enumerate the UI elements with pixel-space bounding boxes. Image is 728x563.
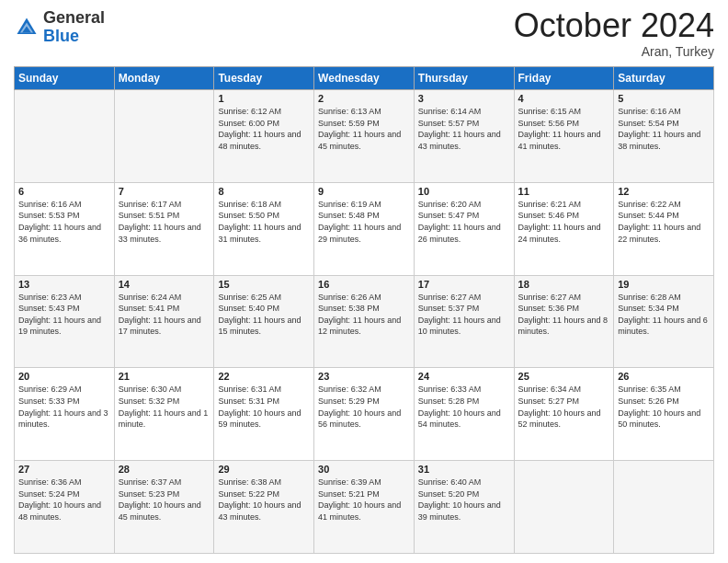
table-row: 1Sunrise: 6:12 AM Sunset: 6:00 PM Daylig…: [214, 90, 314, 183]
table-row: 15Sunrise: 6:25 AM Sunset: 5:40 PM Dayli…: [214, 275, 314, 368]
day-info: Sunrise: 6:19 AM Sunset: 5:48 PM Dayligh…: [318, 199, 410, 245]
day-info: Sunrise: 6:32 AM Sunset: 5:29 PM Dayligh…: [318, 384, 410, 430]
calendar-week-row: 20Sunrise: 6:29 AM Sunset: 5:33 PM Dayli…: [15, 368, 714, 461]
day-info: Sunrise: 6:21 AM Sunset: 5:46 PM Dayligh…: [518, 199, 610, 245]
header-saturday: Saturday: [614, 67, 714, 90]
table-row: 17Sunrise: 6:27 AM Sunset: 5:37 PM Dayli…: [414, 275, 514, 368]
table-row: 30Sunrise: 6:39 AM Sunset: 5:21 PM Dayli…: [314, 461, 415, 554]
location-subtitle: Aran, Turkey: [514, 44, 714, 59]
table-row: [514, 461, 614, 554]
day-info: Sunrise: 6:14 AM Sunset: 5:57 PM Dayligh…: [418, 106, 510, 152]
day-number: 7: [119, 186, 210, 197]
table-row: 6Sunrise: 6:16 AM Sunset: 5:53 PM Daylig…: [15, 182, 115, 275]
table-row: 7Sunrise: 6:17 AM Sunset: 5:51 PM Daylig…: [114, 182, 214, 275]
day-info: Sunrise: 6:33 AM Sunset: 5:28 PM Dayligh…: [418, 384, 510, 430]
table-row: 25Sunrise: 6:34 AM Sunset: 5:27 PM Dayli…: [514, 368, 614, 461]
table-row: 31Sunrise: 6:40 AM Sunset: 5:20 PM Dayli…: [414, 461, 514, 554]
day-info: Sunrise: 6:15 AM Sunset: 5:56 PM Dayligh…: [518, 106, 610, 152]
table-row: [114, 90, 214, 183]
calendar-week-row: 1Sunrise: 6:12 AM Sunset: 6:00 PM Daylig…: [15, 90, 714, 183]
day-number: 30: [318, 464, 410, 475]
table-row: 12Sunrise: 6:22 AM Sunset: 5:44 PM Dayli…: [614, 182, 714, 275]
day-info: Sunrise: 6:39 AM Sunset: 5:21 PM Dayligh…: [318, 477, 410, 523]
table-row: 22Sunrise: 6:31 AM Sunset: 5:31 PM Dayli…: [214, 368, 314, 461]
day-number: 16: [318, 279, 410, 290]
logo-blue: Blue: [43, 27, 79, 45]
day-number: 8: [218, 186, 310, 197]
day-info: Sunrise: 6:27 AM Sunset: 5:37 PM Dayligh…: [418, 292, 510, 338]
table-row: 20Sunrise: 6:29 AM Sunset: 5:33 PM Dayli…: [15, 368, 115, 461]
logo-icon: [14, 15, 40, 40]
table-row: 26Sunrise: 6:35 AM Sunset: 5:26 PM Dayli…: [614, 368, 714, 461]
table-row: 9Sunrise: 6:19 AM Sunset: 5:48 PM Daylig…: [314, 182, 415, 275]
header-sunday: Sunday: [15, 67, 115, 90]
day-number: 12: [618, 186, 710, 197]
day-info: Sunrise: 6:37 AM Sunset: 5:23 PM Dayligh…: [119, 477, 210, 523]
day-number: 31: [418, 464, 510, 475]
day-number: 9: [318, 186, 410, 197]
day-number: 19: [618, 279, 710, 290]
day-number: 24: [418, 371, 510, 382]
day-info: Sunrise: 6:16 AM Sunset: 5:53 PM Dayligh…: [18, 199, 110, 245]
day-info: Sunrise: 6:20 AM Sunset: 5:47 PM Dayligh…: [418, 199, 510, 245]
table-row: 23Sunrise: 6:32 AM Sunset: 5:29 PM Dayli…: [314, 368, 415, 461]
day-number: 20: [18, 371, 110, 382]
table-row: 8Sunrise: 6:18 AM Sunset: 5:50 PM Daylig…: [214, 182, 314, 275]
day-number: 13: [18, 279, 110, 290]
day-number: 1: [218, 93, 310, 104]
logo-text: General Blue: [43, 9, 105, 46]
table-row: 13Sunrise: 6:23 AM Sunset: 5:43 PM Dayli…: [15, 275, 115, 368]
day-number: 4: [518, 93, 610, 104]
day-info: Sunrise: 6:34 AM Sunset: 5:27 PM Dayligh…: [518, 384, 610, 430]
day-info: Sunrise: 6:30 AM Sunset: 5:32 PM Dayligh…: [119, 384, 210, 430]
day-number: 21: [119, 371, 210, 382]
day-info: Sunrise: 6:27 AM Sunset: 5:36 PM Dayligh…: [518, 292, 610, 338]
day-info: Sunrise: 6:36 AM Sunset: 5:24 PM Dayligh…: [18, 477, 110, 523]
day-info: Sunrise: 6:28 AM Sunset: 5:34 PM Dayligh…: [618, 292, 710, 338]
table-row: 28Sunrise: 6:37 AM Sunset: 5:23 PM Dayli…: [114, 461, 214, 554]
table-row: 2Sunrise: 6:13 AM Sunset: 5:59 PM Daylig…: [314, 90, 415, 183]
calendar-week-row: 13Sunrise: 6:23 AM Sunset: 5:43 PM Dayli…: [15, 275, 714, 368]
day-info: Sunrise: 6:38 AM Sunset: 5:22 PM Dayligh…: [218, 477, 310, 523]
day-info: Sunrise: 6:35 AM Sunset: 5:26 PM Dayligh…: [618, 384, 710, 430]
day-number: 5: [618, 93, 710, 104]
table-row: 24Sunrise: 6:33 AM Sunset: 5:28 PM Dayli…: [414, 368, 514, 461]
day-number: 29: [218, 464, 310, 475]
day-info: Sunrise: 6:25 AM Sunset: 5:40 PM Dayligh…: [218, 292, 310, 338]
day-number: 6: [18, 186, 110, 197]
day-info: Sunrise: 6:18 AM Sunset: 5:50 PM Dayligh…: [218, 199, 310, 245]
table-row: 29Sunrise: 6:38 AM Sunset: 5:22 PM Dayli…: [214, 461, 314, 554]
calendar-week-row: 27Sunrise: 6:36 AM Sunset: 5:24 PM Dayli…: [15, 461, 714, 554]
header-tuesday: Tuesday: [214, 67, 314, 90]
table-row: 10Sunrise: 6:20 AM Sunset: 5:47 PM Dayli…: [414, 182, 514, 275]
table-row: 4Sunrise: 6:15 AM Sunset: 5:56 PM Daylig…: [514, 90, 614, 183]
day-number: 25: [518, 371, 610, 382]
day-info: Sunrise: 6:22 AM Sunset: 5:44 PM Dayligh…: [618, 199, 710, 245]
day-number: 27: [18, 464, 110, 475]
day-info: Sunrise: 6:16 AM Sunset: 5:54 PM Dayligh…: [618, 106, 710, 152]
logo: General Blue: [14, 9, 105, 46]
table-row: 5Sunrise: 6:16 AM Sunset: 5:54 PM Daylig…: [614, 90, 714, 183]
calendar-table: Sunday Monday Tuesday Wednesday Thursday…: [14, 66, 714, 554]
header-wednesday: Wednesday: [314, 67, 415, 90]
day-number: 18: [518, 279, 610, 290]
day-number: 28: [119, 464, 210, 475]
table-row: 3Sunrise: 6:14 AM Sunset: 5:57 PM Daylig…: [414, 90, 514, 183]
day-number: 26: [618, 371, 710, 382]
day-info: Sunrise: 6:24 AM Sunset: 5:41 PM Dayligh…: [119, 292, 210, 338]
day-number: 22: [218, 371, 310, 382]
title-area: October 2024 Aran, Turkey: [514, 9, 714, 59]
day-number: 14: [119, 279, 210, 290]
day-info: Sunrise: 6:31 AM Sunset: 5:31 PM Dayligh…: [218, 384, 310, 430]
day-info: Sunrise: 6:26 AM Sunset: 5:38 PM Dayligh…: [318, 292, 410, 338]
day-number: 23: [318, 371, 410, 382]
day-number: 11: [518, 186, 610, 197]
day-info: Sunrise: 6:17 AM Sunset: 5:51 PM Dayligh…: [119, 199, 210, 245]
logo-general: General: [43, 8, 105, 27]
table-row: 16Sunrise: 6:26 AM Sunset: 5:38 PM Dayli…: [314, 275, 415, 368]
table-row: 27Sunrise: 6:36 AM Sunset: 5:24 PM Dayli…: [15, 461, 115, 554]
month-title: October 2024: [514, 9, 714, 42]
day-number: 2: [318, 93, 410, 104]
day-number: 15: [218, 279, 310, 290]
table-row: 21Sunrise: 6:30 AM Sunset: 5:32 PM Dayli…: [114, 368, 214, 461]
